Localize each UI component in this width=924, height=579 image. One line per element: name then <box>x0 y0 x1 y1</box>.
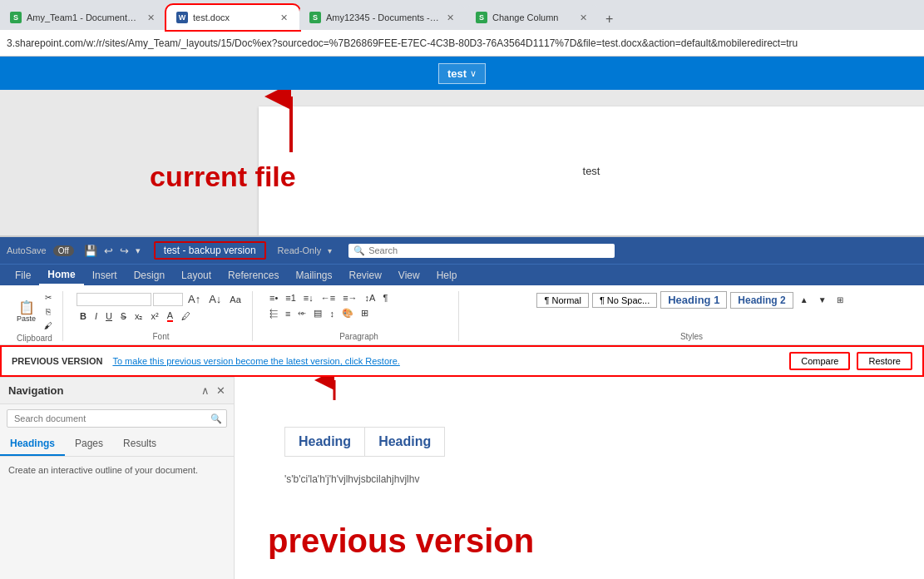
multilevel-button[interactable]: ≡↓ <box>300 291 317 304</box>
current-doc-page: test <box>259 106 924 235</box>
menu-file[interactable]: File <box>7 266 39 285</box>
tab-title-4: Change Column <box>492 12 573 22</box>
clipboard-buttons: 📋 Paste ✂ ⎘ 🖌 <box>13 291 56 332</box>
menu-insert[interactable]: Insert <box>84 266 126 285</box>
clear-format-button[interactable]: Aa <box>226 293 244 306</box>
font-group: 11 A↑ A↓ Aa B I U S̶ x₂ x² A 🖊 Font <box>70 291 253 341</box>
save-icon[interactable]: 💾 <box>84 245 97 257</box>
tab-amy-team1[interactable]: S Amy_Team1 - Documents - All D... ✕ <box>0 5 166 30</box>
autosave-toggle[interactable]: Off <box>53 245 74 256</box>
shading-button[interactable]: 🎨 <box>338 306 357 320</box>
font-row1: 11 A↑ A↓ Aa <box>77 291 245 307</box>
tab-title-3: Amy12345 - Documents - All Do... <box>326 12 440 22</box>
word-menu-bar: File Home Insert Design Layout Reference… <box>0 264 924 285</box>
tab-test-docx[interactable]: W test.docx ✕ <box>166 5 299 30</box>
nav-tabs: Headings Pages Results <box>0 433 234 457</box>
nav-tab-pages[interactable]: Pages <box>65 433 113 456</box>
nav-pane-title: Navigation <box>8 384 63 397</box>
increase-indent-button[interactable]: ≡→ <box>339 291 360 304</box>
line-spacing-button[interactable]: ↕ <box>326 306 338 320</box>
word-search-box[interactable]: 🔍 <box>348 244 615 258</box>
format-painter-button[interactable]: 🖌 <box>41 319 56 332</box>
align-center-button[interactable]: ≡ <box>282 306 294 320</box>
nav-tab-results[interactable]: Results <box>113 433 166 456</box>
tab-close-1[interactable]: ✕ <box>146 12 156 23</box>
sharepoint-chevron[interactable]: ∨ <box>470 68 477 79</box>
menu-view[interactable]: View <box>390 266 428 285</box>
styles-expand[interactable]: ⊞ <box>833 294 847 306</box>
menu-references[interactable]: References <box>220 266 287 285</box>
tab-close-2[interactable]: ✕ <box>279 12 289 23</box>
bold-button[interactable]: B <box>77 309 90 323</box>
nav-tab-headings[interactable]: Headings <box>0 433 65 456</box>
previous-version-annotation: previous version <box>268 522 534 560</box>
tab-close-4[interactable]: ✕ <box>578 12 589 23</box>
compare-button[interactable]: Compare <box>789 352 850 370</box>
para-controls: ≡• ≡1 ≡↓ ←≡ ≡→ ↕A ¶ ⬱ ≡ ⬰ ▤ ↕ 🎨 ⊞ <box>266 291 452 320</box>
font-grow-button[interactable]: A↑ <box>185 291 204 307</box>
cut-button[interactable]: ✂ <box>41 291 56 304</box>
align-right-button[interactable]: ⬰ <box>294 306 309 320</box>
arrow-prev-version <box>309 377 359 402</box>
menu-design[interactable]: Design <box>126 266 173 285</box>
heading-row: Heading Heading <box>284 427 874 457</box>
nav-search-icon: 🔍 <box>210 413 222 424</box>
redo-btn[interactable]: ↪ <box>120 245 129 257</box>
menu-layout[interactable]: Layout <box>173 266 220 285</box>
tab-change-column[interactable]: S Change Column ✕ <box>466 5 599 30</box>
justify-button[interactable]: ▤ <box>310 306 325 320</box>
style-heading1[interactable]: Heading 1 <box>660 291 727 309</box>
style-no-spacing[interactable]: ¶ No Spac... <box>592 293 657 308</box>
tab-amy12345[interactable]: S Amy12345 - Documents - All Do... ✕ <box>299 5 466 30</box>
backup-doc-area: previous version Heading Heading 's'b'ci… <box>235 377 924 579</box>
menu-review[interactable]: Review <box>340 266 389 285</box>
word-ribbon-container: AutoSave Off 💾 ↩ ↪ ▾ test - backup versi… <box>0 235 924 377</box>
undo-btn[interactable]: ↩ <box>104 245 113 257</box>
backup-body-text: 's'b'ci'la'h'j'h'vjlhvjsbcilahjhvjlhv <box>284 473 874 485</box>
styles-scroll-up[interactable]: ▲ <box>797 294 812 306</box>
style-normal[interactable]: ¶ Normal <box>536 293 588 308</box>
show-marks-button[interactable]: ¶ <box>379 291 391 304</box>
sort-button[interactable]: ↕A <box>362 291 379 304</box>
superscript-button[interactable]: x² <box>147 309 161 323</box>
numbering-button[interactable]: ≡1 <box>282 291 299 304</box>
paste-button[interactable]: 📋 Paste <box>13 299 39 324</box>
address-bar <box>0 30 924 57</box>
readonly-chevron[interactable]: ▾ <box>328 246 332 255</box>
borders-button[interactable]: ⊞ <box>358 306 372 320</box>
menu-mailings[interactable]: Mailings <box>287 266 340 285</box>
nav-collapse-button[interactable]: ∧ <box>201 384 210 397</box>
subscript-button[interactable]: x₂ <box>131 309 146 324</box>
tab-favicon-2: W <box>176 12 188 23</box>
menu-home[interactable]: Home <box>39 265 83 285</box>
nav-search-input[interactable] <box>7 409 227 428</box>
copy-button[interactable]: ⎘ <box>41 305 56 318</box>
font-shrink-button[interactable]: A↓ <box>205 291 225 307</box>
nav-close-button[interactable]: ✕ <box>216 384 225 397</box>
bullets-button[interactable]: ≡• <box>266 291 281 304</box>
new-tab-button[interactable]: + <box>599 8 620 30</box>
sharepoint-bar: test ∨ <box>0 57 924 90</box>
underline-button[interactable]: U <box>102 309 116 323</box>
quick-access-btn[interactable]: ▾ <box>136 245 141 256</box>
font-color-button[interactable]: A <box>164 309 176 324</box>
font-name-input[interactable] <box>77 293 151 306</box>
address-input[interactable] <box>7 37 917 49</box>
font-size-input[interactable]: 11 <box>153 293 183 306</box>
prev-version-text[interactable]: To make this previous version become the… <box>112 356 399 366</box>
menu-help[interactable]: Help <box>428 266 466 285</box>
italic-button[interactable]: I <box>91 309 101 323</box>
highlight-button[interactable]: 🖊 <box>178 309 194 323</box>
styles-scroll-down[interactable]: ▼ <box>815 294 830 306</box>
word-search-input[interactable] <box>368 245 610 255</box>
align-left-button[interactable]: ⬱ <box>266 306 281 320</box>
style-heading2[interactable]: Heading 2 <box>730 292 793 309</box>
browser-chrome: S Amy_Team1 - Documents - All D... ✕ W t… <box>0 0 924 57</box>
strikethrough-button[interactable]: S̶ <box>117 309 130 324</box>
decrease-indent-button[interactable]: ←≡ <box>318 291 338 304</box>
tab-close-3[interactable]: ✕ <box>445 12 456 23</box>
paste-icon: 📋 <box>18 301 35 314</box>
restore-button[interactable]: Restore <box>857 352 912 370</box>
word-file-title-badge: test - backup version <box>154 241 266 260</box>
cut-copy-group: ✂ ⎘ 🖌 <box>41 291 56 332</box>
